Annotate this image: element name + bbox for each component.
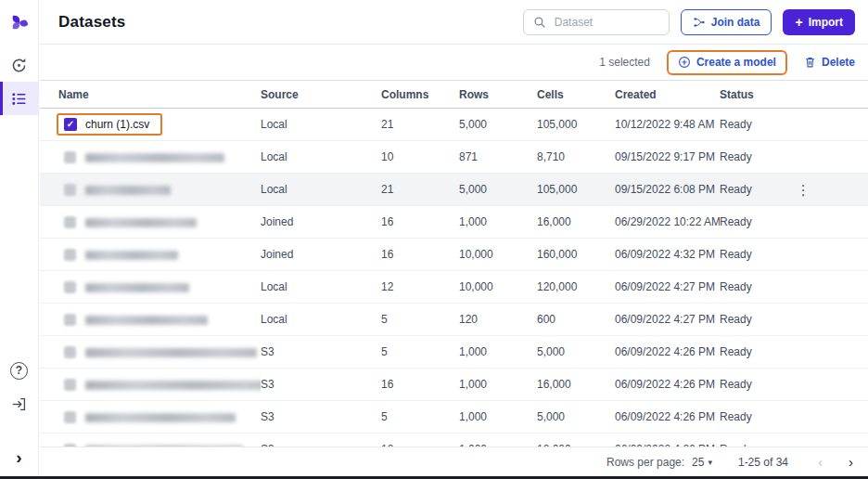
status-text: Ready [720, 345, 752, 358]
redacted-name [85, 186, 171, 195]
cell-name [40, 239, 261, 271]
cell-rows: 1,000 [459, 401, 537, 434]
cell-created: 06/09/2022 4:26 PM [615, 369, 720, 401]
table-row[interactable]: S351,0005,00006/09/2022 4:26 PMReady [40, 401, 868, 434]
join-icon [693, 16, 706, 29]
cell-name [40, 174, 261, 206]
cell-created: 06/09/2022 4:26 PM [615, 336, 720, 369]
table-row[interactable]: churn (1).csvLocal215,000105,00010/12/20… [40, 109, 868, 141]
page-title: Datasets [58, 13, 125, 32]
row-checkbox[interactable] [64, 118, 77, 131]
sidebar: ? › [0, 0, 39, 476]
dataset-name: churn (1).csv [85, 118, 149, 131]
cell-status: Ready [720, 434, 868, 447]
cell-name [40, 141, 261, 174]
cell-created: 09/15/2022 9:17 PM [615, 141, 720, 174]
caret-down-icon: ▾ [708, 458, 712, 467]
redacted-name [85, 283, 189, 292]
cell-columns: 16 [381, 206, 459, 239]
cell-source: Local [261, 109, 381, 141]
row-checkbox[interactable] [64, 184, 76, 196]
expand-sidebar-button[interactable]: › [0, 443, 39, 476]
row-actions-menu-icon[interactable]: ⋮ [797, 183, 811, 197]
cell-columns: 16 [381, 369, 459, 401]
cell-source: S3 [261, 434, 381, 447]
row-checkbox[interactable] [64, 249, 76, 261]
cell-source: Joined [261, 206, 381, 239]
cell-source: Joined [261, 239, 381, 271]
cell-cells: 12,000 [537, 434, 615, 447]
table-row[interactable]: Local1210,000120,00006/09/2022 4:27 PMRe… [40, 271, 868, 304]
table-row[interactable]: Joined161,00016,00006/29/2022 10:22 AMRe… [40, 206, 868, 239]
header-actions: Join data + Import [523, 9, 855, 35]
column-header-rows: Rows [459, 81, 537, 109]
canvas-logo-icon[interactable] [0, 6, 39, 39]
table-row[interactable]: S3121,00012,00006/09/2022 4:26 PMReady [40, 434, 868, 447]
logout-icon[interactable] [0, 387, 39, 421]
cell-created: 06/09/2022 4:32 PM [615, 239, 720, 271]
cell-name [40, 271, 261, 304]
cell-rows: 5,000 [459, 174, 537, 206]
create-model-button[interactable]: Create a model [667, 50, 787, 75]
row-checkbox[interactable] [64, 346, 76, 358]
cell-cells: 105,000 [537, 174, 615, 206]
row-checkbox[interactable] [64, 151, 76, 163]
table-row[interactable]: Joined1610,000160,00006/09/2022 4:32 PMR… [40, 239, 868, 271]
cell-columns: 12 [381, 271, 459, 304]
cell-name [40, 401, 261, 434]
rows-per-page-value: 25 [692, 456, 704, 469]
status-text: Ready [720, 410, 752, 423]
delete-label: Delete [822, 56, 855, 69]
cell-cells: 16,000 [537, 369, 615, 401]
redacted-name [85, 153, 224, 162]
cell-name [40, 434, 261, 447]
row-checkbox[interactable] [64, 216, 76, 228]
cell-cells: 600 [537, 304, 615, 336]
cell-columns: 5 [381, 336, 459, 369]
cell-source: S3 [261, 336, 381, 369]
sidebar-item-models[interactable] [0, 48, 39, 82]
cell-status: Ready [720, 401, 868, 434]
join-data-label: Join data [711, 16, 760, 29]
table-row[interactable]: Local215,000105,00009/15/2022 6:08 PMRea… [40, 174, 868, 206]
table-row[interactable]: S351,0005,00006/09/2022 4:26 PMReady [40, 336, 868, 369]
redacted-name [85, 381, 261, 390]
cell-columns: 10 [381, 141, 459, 174]
import-button[interactable]: + Import [783, 9, 855, 35]
redacted-name [85, 251, 178, 260]
redacted-name [85, 218, 197, 227]
circle-plus-icon [678, 56, 691, 69]
search-input[interactable] [553, 15, 659, 30]
cell-rows: 871 [459, 141, 537, 174]
next-page-button[interactable]: › [849, 454, 853, 470]
page-range-text: 1-25 of 34 [738, 456, 788, 469]
table-row[interactable]: Local512060006/09/2022 4:27 PMReady [40, 304, 868, 336]
previous-page-button[interactable]: ‹ [818, 454, 823, 470]
row-checkbox[interactable] [64, 314, 76, 326]
table-row[interactable]: S3161,00016,00006/09/2022 4:26 PMReady [40, 369, 868, 401]
row-checkbox[interactable] [64, 281, 76, 293]
search-icon [533, 16, 546, 29]
cell-cells: 105,000 [537, 109, 615, 141]
cell-status: Ready [720, 304, 868, 336]
dataset-search-box[interactable] [523, 9, 670, 35]
redacted-name [85, 316, 208, 325]
rows-per-page-select[interactable]: 25 ▾ [692, 456, 712, 469]
redacted-name [85, 413, 236, 422]
status-text: Ready [720, 280, 752, 293]
cell-rows: 1,000 [459, 369, 537, 401]
delete-button[interactable]: Delete [804, 56, 855, 69]
cell-status: Ready [720, 141, 868, 174]
column-header-status: Status [720, 81, 868, 109]
row-checkbox[interactable] [64, 411, 76, 423]
cell-name: churn (1).csv [40, 109, 261, 141]
status-text: Ready [720, 118, 752, 131]
help-icon[interactable]: ? [0, 354, 39, 387]
join-data-button[interactable]: Join data [681, 9, 772, 35]
table-row[interactable]: Local108718,71009/15/2022 9:17 PMReady [40, 141, 868, 174]
cell-columns: 5 [381, 304, 459, 336]
column-header-name: Name [40, 81, 261, 109]
sidebar-item-datasets[interactable] [0, 82, 39, 115]
row-checkbox[interactable] [64, 379, 76, 391]
cell-source: Local [261, 304, 381, 336]
